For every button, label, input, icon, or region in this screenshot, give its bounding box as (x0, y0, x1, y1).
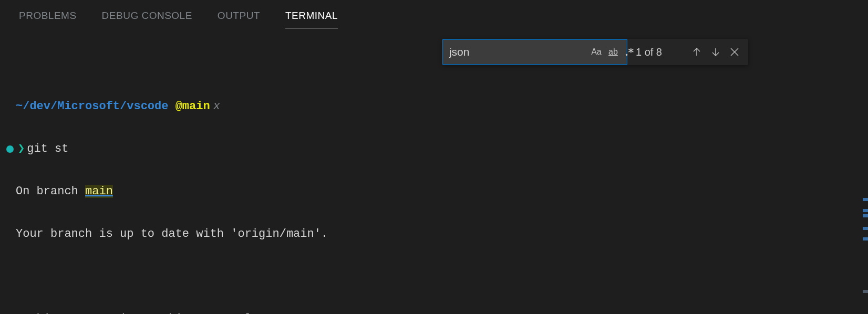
find-mark (863, 290, 868, 293)
branch-name-highlight: main (85, 185, 113, 198)
find-mark (863, 227, 868, 230)
tab-terminal[interactable]: TERMINAL (285, 0, 338, 28)
svg-point-0 (626, 54, 628, 56)
find-mark (863, 237, 868, 240)
find-mark (863, 214, 868, 217)
tab-problems[interactable]: PROBLEMS (19, 0, 77, 28)
command-text: git st (27, 142, 68, 156)
prompt-dot (6, 145, 14, 153)
tab-debug-console[interactable]: DEBUG CONSOLE (102, 0, 192, 28)
panel-tabs: PROBLEMS DEBUG CONSOLE OUTPUT TERMINAL (0, 0, 868, 28)
output-line: Your branch is up to date with 'origin/m… (16, 227, 328, 241)
git-branch: @main (175, 99, 210, 113)
overview-ruler (859, 0, 868, 314)
find-mark (863, 198, 868, 201)
cwd-path: ~/dev/Microsoft/vscode (16, 99, 168, 113)
prompt-symbol: ❯ (18, 142, 25, 156)
git-branch-dirty-icon: x (213, 99, 220, 113)
output-line: On branch main (16, 184, 113, 198)
terminal-content[interactable]: ~/dev/Microsoft/vscode @main x ❯ git st … (6, 57, 868, 314)
tab-output[interactable]: OUTPUT (218, 0, 260, 28)
find-mark (863, 209, 868, 212)
output-line: nothing to commit, working tree clean (16, 312, 272, 314)
